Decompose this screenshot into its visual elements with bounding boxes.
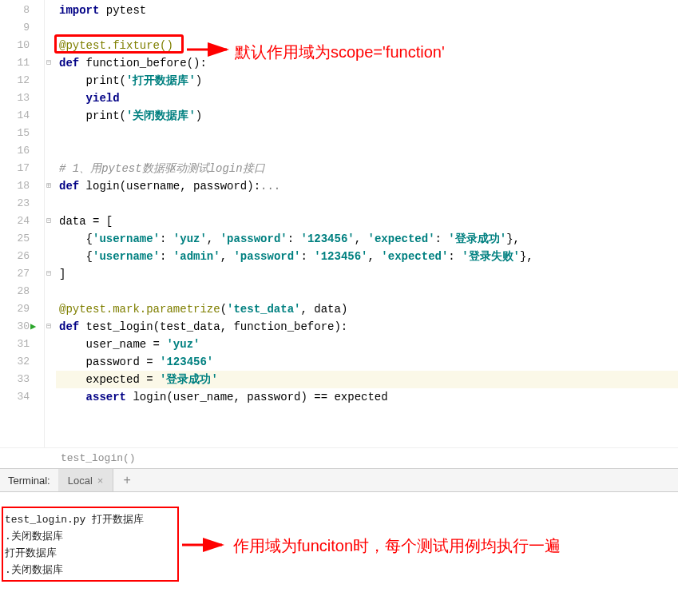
breadcrumb[interactable]: test_login() [0,447,678,468]
annotation-box-output [2,507,179,582]
folded-indicator[interactable]: ... [260,180,280,193]
highlighted-line: expected = '登录成功' [56,371,678,388]
code-text: ) [196,109,202,122]
line-number: 9 [0,19,44,37]
annotation-text-function-scope: 作用域为funciton时，每个测试用例均执行一遍 [233,535,561,557]
annotation-box-fixture [54,34,184,54]
code-text: print( [59,74,126,87]
line-number: 16 [0,142,44,160]
line-number: 29 [0,300,44,318]
line-number: 17 [0,160,44,177]
line-number: 27 [0,265,44,283]
line-number: 10 [0,37,44,54]
line-number: 13 [0,89,44,107]
line-number: 33 [0,371,44,388]
line-number: 18 [0,177,44,195]
fold-icon[interactable]: ⊟ [46,265,51,283]
line-number: 25 [0,230,44,248]
close-icon[interactable]: × [97,475,104,487]
add-terminal-icon[interactable]: + [113,473,140,487]
terminal-output[interactable]: test_login.py 打开数据库 .关闭数据库 打开数据库 .关闭数据库 … [0,492,678,616]
string-literal: '关闭数据库' [126,109,196,122]
fold-icon[interactable]: ⊟ [46,213,51,230]
line-number: 14 [0,107,44,125]
line-number: 28 [0,283,44,300]
line-number: 34 [0,388,44,406]
terminal-tab-label: Local [68,475,93,487]
fold-icon[interactable]: ⊟ [46,318,51,336]
comment: # 1、用pytest数据驱动测试login接口 [59,162,265,175]
line-number: 23 [0,195,44,213]
fold-icon[interactable]: ⊟ [46,54,51,72]
terminal-label: Terminal: [0,475,58,487]
code-text: print( [59,109,126,122]
code-editor: 8 9 10 11 12 13 14 15 16 17 18 23 24 25 … [0,0,678,447]
fold-column: ⊟ ⊞ ⊟ ⊟ ⊟ [45,0,56,447]
arrow-icon [187,42,235,61]
line-number: 8 [0,2,44,19]
keyword: def [59,180,86,193]
terminal-tab-local[interactable]: Local × [58,469,114,491]
code-area[interactable]: import pytest @pytest.fixture() def func… [56,0,678,447]
code-text: ) [196,74,202,87]
annotation-text-scope: 默认作用域为scope='function' [235,42,445,63]
terminal-tab-bar: Terminal: Local × + [0,468,678,492]
run-test-icon[interactable]: ▶ [30,318,36,336]
line-number: 24 [0,213,44,230]
string-literal: '打开数据库' [126,74,196,87]
fold-icon[interactable]: ⊞ [46,177,51,195]
arrow-icon [182,537,230,556]
line-number: 31 [0,336,44,353]
line-number: 15 [0,125,44,142]
line-number: 26 [0,248,44,265]
line-number-gutter: 8 9 10 11 12 13 14 15 16 17 18 23 24 25 … [0,0,45,447]
line-number: 11 [0,54,44,72]
line-number: 30 [0,318,44,336]
line-number: 32 [0,353,44,371]
line-number: 12 [0,72,44,89]
function-name: login [86,180,120,193]
code-text: (username, password): [120,180,260,193]
